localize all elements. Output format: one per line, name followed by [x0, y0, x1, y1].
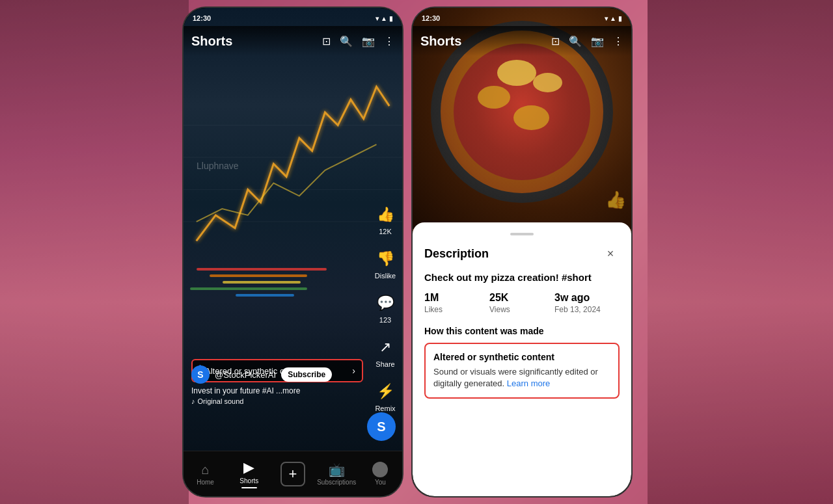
creator-row: S @StockPickerAI Subscribe	[191, 365, 363, 384]
signal-icon-2: ▲	[610, 15, 616, 22]
nav-add[interactable]: +	[271, 462, 314, 486]
subscribe-button[interactable]: Subscribe	[281, 367, 332, 382]
nav-shorts[interactable]: ▶ Shorts	[227, 459, 271, 488]
camera-icon-2[interactable]: 📷	[591, 35, 604, 47]
more-icon-2[interactable]: ⋮	[613, 35, 623, 47]
subscriptions-icon: 📺	[329, 462, 345, 477]
cheese-4	[513, 105, 549, 130]
search-icon-2[interactable]: 🔍	[569, 35, 582, 47]
nav-you[interactable]: You	[359, 462, 402, 486]
phone-2-screen: 12:30 ▾ ▲ ▮ Shorts ⊡ 🔍 📷 ⋮ 👍	[413, 8, 631, 496]
dislike-label: Dislike	[375, 272, 396, 280]
battery-icon: ▮	[389, 15, 393, 22]
comments-icon: 💬	[374, 291, 397, 315]
home-icon: ⌂	[202, 462, 210, 477]
dislike-icon: 👎	[374, 247, 397, 271]
music-note-icon: ♪	[191, 397, 195, 405]
header-icons-2: ⊡ 🔍 📷 ⋮	[551, 35, 623, 47]
signal-icon: ▲	[381, 15, 387, 22]
cheese-3	[533, 73, 562, 92]
nav-subscriptions-label: Subscriptions	[317, 479, 356, 486]
like-count: 12K	[379, 228, 392, 235]
wifi-icon: ▾	[376, 15, 379, 22]
likes-value: 1M	[424, 292, 489, 304]
nav-you-label: You	[375, 479, 386, 486]
panel-handle	[510, 233, 534, 235]
phone-1: Lluphnave 12:30 ▾ ▲ ▮ Shorts ⊡ 🔍 📷 ⋮	[182, 7, 403, 497]
cast-icon-1[interactable]: ⊡	[322, 35, 331, 47]
cheese-2	[478, 86, 510, 109]
comments-count: 123	[379, 316, 391, 324]
creator-name: @StockPickerAI	[215, 370, 276, 380]
like-icon-2: 👍	[605, 190, 626, 209]
shorts-icon: ▶	[243, 459, 254, 476]
creator-avatar: S	[191, 365, 210, 384]
battery-icon-2: ▮	[618, 15, 622, 22]
status-bar-1: 12:30 ▾ ▲ ▮	[184, 8, 402, 26]
phone-2: 12:30 ▾ ▲ ▮ Shorts ⊡ 🔍 📷 ⋮ 👍	[411, 7, 633, 497]
stat-date: 3w ago Feb 13, 2024	[554, 292, 620, 314]
dislike-button[interactable]: 👎 Dislike	[374, 247, 397, 280]
nav-home-label: Home	[197, 479, 214, 486]
watermark: Lluphnave	[197, 161, 239, 171]
panel-title: Description	[424, 247, 489, 261]
stat-views: 25K Views	[489, 292, 554, 314]
bottom-nav-1: ⌂ Home ▶ Shorts + 📺 Subscriptions Y	[184, 451, 402, 496]
search-icon-1[interactable]: 🔍	[340, 35, 353, 47]
color-lines	[184, 268, 402, 333]
wifi-icon-2: ▾	[605, 15, 608, 22]
comments-button[interactable]: 💬 123	[374, 291, 397, 324]
date-label: Feb 13, 2024	[554, 305, 620, 314]
nav-active-indicator	[241, 487, 257, 488]
share-button[interactable]: ↗ Share	[374, 336, 397, 368]
time-display-1: 12:30	[193, 14, 211, 22]
altered-box-title: Altered or synthetic content	[433, 352, 610, 362]
video-sound: ♪ Original sound	[191, 397, 363, 405]
stat-likes: 1M Likes	[424, 292, 489, 314]
status-icons-1: ▾ ▲ ▮	[376, 15, 393, 22]
views-value: 25K	[489, 292, 554, 304]
video-description: Invest in your future #AI ...more	[191, 386, 363, 395]
header-bar-2: Shorts ⊡ 🔍 📷 ⋮	[413, 26, 631, 56]
share-label: Share	[376, 360, 394, 368]
cast-icon-2[interactable]: ⊡	[551, 35, 560, 47]
like-button[interactable]: 👍 12K	[374, 203, 397, 235]
altered-box-text: Sound or visuals were significantly edit…	[433, 366, 610, 390]
header-bar-1: Shorts ⊡ 🔍 📷 ⋮	[184, 26, 402, 56]
description-panel: Description × Check out my pizza creatio…	[413, 222, 631, 496]
floating-avatar: S	[367, 412, 396, 441]
time-display-2: 12:30	[422, 14, 440, 22]
add-icon: +	[280, 462, 305, 486]
cheese-1	[497, 60, 536, 86]
remix-button[interactable]: ⚡ Remix	[374, 380, 397, 412]
likes-label: Likes	[424, 305, 489, 314]
creator-info: S @StockPickerAI Subscribe Invest in you…	[191, 365, 363, 405]
close-button[interactable]: ×	[601, 245, 620, 263]
panel-video-title: Check out my pizza creation! #short	[424, 272, 620, 283]
header-icons-1: ⊡ 🔍 📷 ⋮	[322, 35, 394, 47]
action-buttons-2: 👍	[605, 190, 626, 210]
like-icon: 👍	[374, 203, 397, 226]
header-title-1: Shorts	[191, 34, 322, 49]
remix-label: Remix	[375, 405, 395, 412]
learn-more-link[interactable]: Learn more	[507, 378, 550, 388]
phone-1-screen: Lluphnave 12:30 ▾ ▲ ▮ Shorts ⊡ 🔍 📷 ⋮	[184, 8, 402, 496]
you-avatar	[372, 462, 388, 477]
panel-header: Description ×	[424, 245, 620, 263]
nav-subscriptions[interactable]: 📺 Subscriptions	[315, 462, 359, 486]
camera-icon-1[interactable]: 📷	[362, 35, 375, 47]
more-icon-1[interactable]: ⋮	[384, 35, 394, 47]
date-value: 3w ago	[554, 292, 620, 304]
altered-content-box: Altered or synthetic content Sound or vi…	[424, 343, 620, 399]
nav-home[interactable]: ⌂ Home	[184, 462, 227, 486]
header-title-2: Shorts	[420, 34, 551, 49]
section-title: How this content was made	[424, 326, 620, 336]
remix-icon: ⚡	[374, 380, 397, 403]
stats-row: 1M Likes 25K Views 3w ago Feb 13, 2024	[424, 292, 620, 314]
nav-shorts-label: Shorts	[239, 477, 258, 484]
share-icon: ↗	[374, 336, 397, 359]
chart-overlay	[184, 60, 402, 255]
phones-container: Lluphnave 12:30 ▾ ▲ ▮ Shorts ⊡ 🔍 📷 ⋮	[182, 7, 651, 497]
action-buttons-1: 👍 12K 👎 Dislike 💬 123 ↗ Share ⚡ Rem	[374, 203, 397, 412]
views-label: Views	[489, 305, 554, 314]
